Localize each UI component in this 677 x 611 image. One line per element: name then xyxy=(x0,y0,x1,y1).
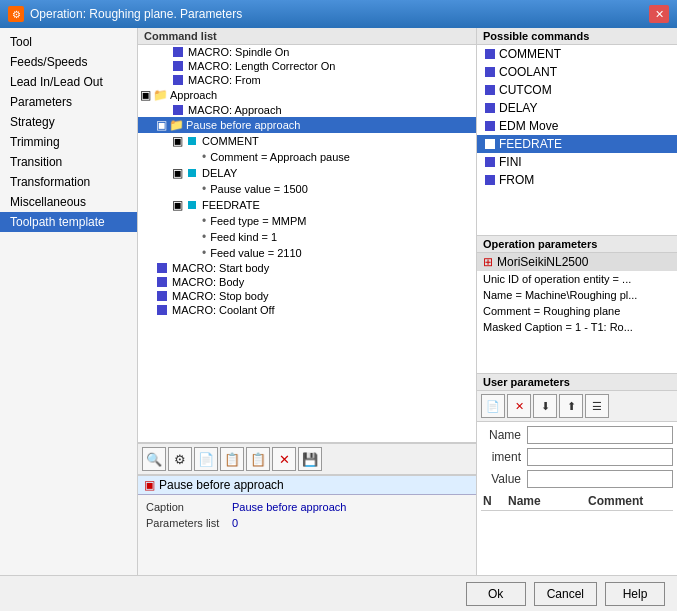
op-params-header: Operation parameters xyxy=(477,236,677,253)
footer: Ok Cancel Help xyxy=(0,575,677,611)
bullet-icon-2: • xyxy=(202,182,206,196)
cmd-label: COOLANT xyxy=(499,65,557,79)
macro-icon-5 xyxy=(154,262,170,274)
tree-item-pause-before-approach[interactable]: ▣ 📁 Pause before approach xyxy=(138,117,476,133)
expand-feedrate[interactable]: ▣ xyxy=(170,198,184,212)
tree-container[interactable]: MACRO: Spindle On MACRO: Length Correcto… xyxy=(138,45,476,443)
user-param-down-btn[interactable]: ⬇ xyxy=(533,394,557,418)
cmd-icon xyxy=(485,67,495,77)
sidebar-item-feeds-speeds[interactable]: Feeds/Speeds xyxy=(0,52,137,72)
user-param-delete-btn[interactable]: ✕ xyxy=(507,394,531,418)
tree-item-feed-value[interactable]: • Feed value = 2110 xyxy=(138,245,476,261)
tree-item-comment-value[interactable]: • Comment = Approach pause xyxy=(138,149,476,165)
cmd-from[interactable]: FROM xyxy=(477,171,677,189)
tree-item-length-corrector[interactable]: MACRO: Length Corrector On xyxy=(138,59,476,73)
item-text: MACRO: Length Corrector On xyxy=(186,60,335,72)
tree-item-coolant-off[interactable]: MACRO: Coolant Off xyxy=(138,303,476,317)
item-text: MACRO: Spindle On xyxy=(186,46,289,58)
possible-commands-list[interactable]: COMMENT COOLANT CUTCOM DELAY EDM Move xyxy=(477,45,677,235)
macro-icon-8 xyxy=(154,304,170,316)
cmd-label: FROM xyxy=(499,173,534,187)
params-label: Parameters list xyxy=(146,515,220,531)
user-param-edit-btn[interactable]: ☰ xyxy=(585,394,609,418)
toolbar-save-btn[interactable]: 💾 xyxy=(298,447,322,471)
cmd-feedrate[interactable]: FEEDRATE xyxy=(477,135,677,153)
tree-item-comment[interactable]: ▣ COMMENT xyxy=(138,133,476,149)
tree-item-start-body[interactable]: MACRO: Start body xyxy=(138,261,476,275)
item-text: Feed kind = 1 xyxy=(208,231,277,243)
cmd-comment[interactable]: COMMENT xyxy=(477,45,677,63)
tree-item-macro-approach[interactable]: MACRO: Approach xyxy=(138,103,476,117)
value-input[interactable] xyxy=(527,470,673,488)
help-button[interactable]: Help xyxy=(605,582,665,606)
expand-comment[interactable]: ▣ xyxy=(170,134,184,148)
user-param-new-btn[interactable]: 📄 xyxy=(481,394,505,418)
toolbar-paste-btn[interactable]: 📋 xyxy=(246,447,270,471)
tree-item-body[interactable]: MACRO: Body xyxy=(138,275,476,289)
expand-delay[interactable]: ▣ xyxy=(170,166,184,180)
sidebar: Tool Feeds/Speeds Lead In/Lead Out Param… xyxy=(0,28,138,575)
toolbar-settings-btn[interactable]: ⚙ xyxy=(168,447,192,471)
expand-approach[interactable]: ▣ xyxy=(138,88,152,102)
tree-item-feed-kind[interactable]: • Feed kind = 1 xyxy=(138,229,476,245)
close-button[interactable]: ✕ xyxy=(649,5,669,23)
cmd-label: CUTCOM xyxy=(499,83,552,97)
name-label: Name xyxy=(481,428,527,442)
sidebar-item-parameters[interactable]: Parameters xyxy=(0,92,137,112)
tree-item-feed-type[interactable]: • Feed type = MMPM xyxy=(138,213,476,229)
name-input[interactable] xyxy=(527,426,673,444)
cmd-edm-move[interactable]: EDM Move xyxy=(477,117,677,135)
command-list-section: Command list MACRO: Spindle On MACRO: Le… xyxy=(138,28,476,443)
sidebar-item-toolpath-template[interactable]: Toolpath template xyxy=(0,212,137,232)
comment-input[interactable] xyxy=(527,448,673,466)
detail-values: Pause before approach 0 xyxy=(228,499,476,531)
item-text: MACRO: Stop body xyxy=(170,290,269,302)
toolbar-search-btn[interactable]: 🔍 xyxy=(142,447,166,471)
item-text: MACRO: Coolant Off xyxy=(170,304,275,316)
toolbar-copy-btn[interactable]: 📋 xyxy=(220,447,244,471)
op-params-list[interactable]: ⊞ MoriSeikiNL2500 Unic ID of operation e… xyxy=(477,253,677,373)
sidebar-item-strategy[interactable]: Strategy xyxy=(0,112,137,132)
ok-button[interactable]: Ok xyxy=(466,582,526,606)
sidebar-item-transition[interactable]: Transition xyxy=(0,152,137,172)
toolbar-delete-btn[interactable]: ✕ xyxy=(272,447,296,471)
toolbar-new-btn[interactable]: 📄 xyxy=(194,447,218,471)
item-text: MACRO: Start body xyxy=(170,262,269,274)
cancel-button[interactable]: Cancel xyxy=(534,582,597,606)
comment-icon xyxy=(184,135,200,147)
tree-item-stop-body[interactable]: MACRO: Stop body xyxy=(138,289,476,303)
right-panel: Possible commands COMMENT COOLANT CUTCOM… xyxy=(477,28,677,575)
tree-item-feedrate[interactable]: ▣ FEEDRATE xyxy=(138,197,476,213)
user-param-up-btn[interactable]: ⬆ xyxy=(559,394,583,418)
cmd-delay[interactable]: DELAY xyxy=(477,99,677,117)
expand-pause[interactable]: ▣ xyxy=(154,118,168,132)
cmd-icon xyxy=(485,175,495,185)
sidebar-item-miscellaneous[interactable]: Miscellaneous xyxy=(0,192,137,212)
macro-icon-2 xyxy=(170,60,186,72)
op-param-expand-row[interactable]: ⊞ MoriSeikiNL2500 xyxy=(477,253,677,271)
expand-icon[interactable]: ⊞ xyxy=(483,255,493,269)
sidebar-item-trimming[interactable]: Trimming xyxy=(0,132,137,152)
detail-header: ▣ Pause before approach xyxy=(138,476,476,495)
cmd-fini[interactable]: FINI xyxy=(477,153,677,171)
sidebar-item-lead-in-out[interactable]: Lead In/Lead Out xyxy=(0,72,137,92)
user-value-row: Value xyxy=(481,470,673,488)
col-name-header: Name xyxy=(506,494,586,508)
tree-item-approach[interactable]: ▣ 📁 Approach xyxy=(138,87,476,103)
cmd-icon xyxy=(485,139,495,149)
op-param-masked: Masked Caption = 1 - T1: Ro... xyxy=(477,319,677,335)
item-text: Comment = Approach pause xyxy=(208,151,350,163)
tree-item-from[interactable]: MACRO: From xyxy=(138,73,476,87)
tree-item-delay-value[interactable]: • Pause value = 1500 xyxy=(138,181,476,197)
tree-item-spindle-on[interactable]: MACRO: Spindle On xyxy=(138,45,476,59)
expand-icon[interactable]: ▣ xyxy=(144,478,155,492)
sidebar-item-transformation[interactable]: Transformation xyxy=(0,172,137,192)
app-icon: ⚙ xyxy=(8,6,24,22)
item-text: COMMENT xyxy=(200,135,259,147)
item-text: Feed type = MMPM xyxy=(208,215,306,227)
tree-item-delay[interactable]: ▣ DELAY xyxy=(138,165,476,181)
command-toolbar: 🔍 ⚙ 📄 📋 📋 ✕ 💾 xyxy=(138,443,476,475)
cmd-coolant[interactable]: COOLANT xyxy=(477,63,677,81)
sidebar-item-tool[interactable]: Tool xyxy=(0,32,137,52)
cmd-cutcom[interactable]: CUTCOM xyxy=(477,81,677,99)
